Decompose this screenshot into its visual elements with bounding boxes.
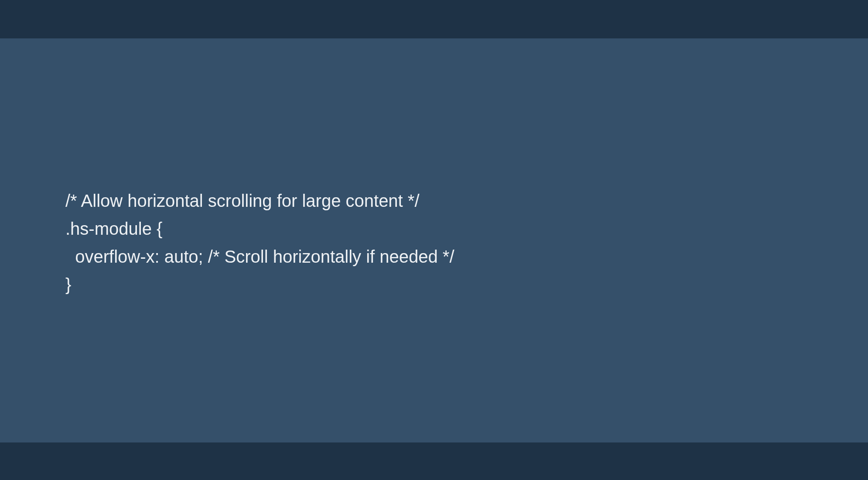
main-content-area: /* Allow horizontal scrolling for large …	[0, 38, 868, 442]
bottom-bar	[0, 442, 868, 480]
code-snippet: /* Allow horizontal scrolling for large …	[65, 187, 455, 298]
code-line-2: .hs-module {	[65, 219, 162, 238]
top-bar	[0, 0, 868, 38]
code-line-4: }	[65, 275, 71, 294]
code-line-3: overflow-x: auto; /* Scroll horizontally…	[65, 247, 455, 266]
code-line-1: /* Allow horizontal scrolling for large …	[65, 191, 420, 210]
